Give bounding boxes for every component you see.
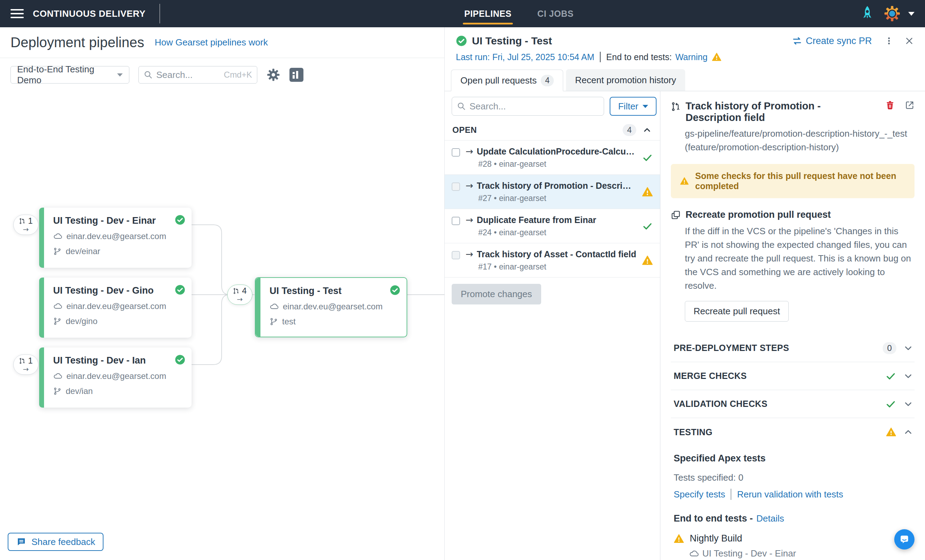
delete-pr-icon[interactable] xyxy=(885,100,895,110)
sync-arrows-icon xyxy=(792,36,802,46)
chevron-up-icon[interactable] xyxy=(643,125,652,135)
cloud-icon xyxy=(53,302,62,311)
section-validation-checks[interactable]: VALIDATION CHECKS xyxy=(671,390,914,418)
pipeline-canvas-pane: Deployment pipelines How Gearset pipelin… xyxy=(0,27,445,560)
apex-tests-title: Specified Apex tests xyxy=(673,453,914,464)
search-input[interactable] xyxy=(156,69,220,80)
recreate-pull-request-button[interactable]: Recreate pull request xyxy=(685,301,789,322)
pull-request-icon xyxy=(671,102,681,111)
nav-tab-pipelines[interactable]: PIPELINES xyxy=(464,7,512,21)
promote-arrow: → xyxy=(237,296,243,303)
pipeline-select[interactable]: End-to-End Testing Demo xyxy=(11,66,130,84)
pr-count-badge-ian[interactable]: 1 → xyxy=(13,354,38,375)
promote-arrow: → xyxy=(23,366,29,373)
pr-list-item-selected[interactable]: → Track history of Promotion - Descripti… xyxy=(445,175,660,209)
pr-detail-title: Track history of Promotion - Description… xyxy=(685,100,878,123)
e2e-tests-label: End to end tests: xyxy=(606,52,672,62)
filter-button[interactable]: Filter xyxy=(610,97,657,116)
warning-triangle-icon xyxy=(642,255,653,266)
account-dropdown-caret[interactable] xyxy=(908,12,914,16)
tab-recent-promotion-history[interactable]: Recent promotion history xyxy=(566,69,685,91)
branch-icon xyxy=(270,318,278,326)
e2e-tests-title: End to end tests - xyxy=(673,513,753,524)
last-run-link[interactable]: Last run: Fri, Jul 25, 2025 10:54 AM xyxy=(456,52,594,62)
e2e-details-link[interactable]: Details xyxy=(756,513,784,524)
chevron-down-icon[interactable] xyxy=(903,343,913,353)
pipeline-node-dev-gino[interactable]: UI Testing - Dev - Gino einar.dev.eu@gea… xyxy=(39,277,191,338)
pipeline-analytics-icon[interactable] xyxy=(289,68,303,82)
pull-request-icon xyxy=(19,358,26,364)
pipeline-settings-gear-icon[interactable] xyxy=(267,68,280,82)
open-pr-count-badge: 4 xyxy=(541,75,554,86)
checks-warning-banner: Some checks for this pull request have n… xyxy=(671,164,914,198)
pipeline-detail-panel: UI Testing - Test Create sync PR Last ru… xyxy=(445,27,925,560)
search-icon xyxy=(457,102,466,111)
open-group-header[interactable]: OPEN 4 xyxy=(445,120,660,140)
hamburger-menu-icon[interactable] xyxy=(11,7,24,21)
success-check-circle-icon xyxy=(390,285,400,295)
section-testing[interactable]: TESTING xyxy=(671,418,914,446)
warning-triangle-icon xyxy=(886,427,896,437)
section-merge-checks[interactable]: MERGE CHECKS xyxy=(671,362,914,390)
page-title: Deployment pipelines xyxy=(11,35,144,50)
share-feedback-button[interactable]: Share feedback xyxy=(8,533,104,551)
navbar-divider xyxy=(160,4,160,23)
separator xyxy=(731,489,731,500)
pr-search-input[interactable] xyxy=(470,101,599,112)
cloud-icon xyxy=(53,372,62,381)
create-sync-pr-button[interactable]: Create sync PR xyxy=(792,36,872,47)
pr-checkbox[interactable] xyxy=(452,217,460,225)
rerun-validation-link[interactable]: Rerun validation with tests xyxy=(737,489,843,500)
pr-checkbox[interactable] xyxy=(452,148,460,157)
pr-count-badge-test[interactable]: 4 → xyxy=(227,285,252,305)
pr-list-item[interactable]: → Track history of Asset - ContactId fie… xyxy=(445,243,660,277)
pipeline-node-dev-einar[interactable]: UI Testing - Dev - Einar einar.dev.eu@ge… xyxy=(39,208,191,268)
canvas-search[interactable]: Cmd+K xyxy=(139,66,257,84)
pipeline-node-test[interactable]: UI Testing - Test einar.dev.eu@gearset.c… xyxy=(255,277,407,337)
product-title: CONTINUOUS DELIVERY xyxy=(33,8,145,19)
open-external-link-icon[interactable] xyxy=(905,100,914,110)
nav-tab-ci-jobs[interactable]: CI JOBS xyxy=(536,7,574,21)
tab-open-pull-requests[interactable]: Open pull requests 4 xyxy=(451,69,563,91)
open-count-badge: 4 xyxy=(622,124,636,136)
chat-bubble-icon xyxy=(899,534,910,545)
kebab-menu-icon[interactable] xyxy=(884,36,893,45)
pr-checkbox[interactable] xyxy=(452,182,460,191)
search-shortcut: Cmd+K xyxy=(224,70,252,80)
feedback-chat-icon xyxy=(16,537,27,547)
top-navbar: CONTINUOUS DELIVERY PIPELINES CI JOBS xyxy=(0,0,925,27)
gearset-account-avatar[interactable] xyxy=(884,5,901,22)
node-org-row: einar.dev.eu@gearset.com xyxy=(270,302,398,312)
pre-deployment-count-badge: 0 xyxy=(883,342,896,354)
rocket-icon[interactable] xyxy=(861,6,874,22)
pipeline-node-dev-ian[interactable]: UI Testing - Dev - Ian einar.dev.eu@gear… xyxy=(39,348,191,408)
panel-title: UI Testing - Test xyxy=(472,35,552,47)
pr-search[interactable] xyxy=(452,97,604,116)
recreate-pr-description: If the diff in the VCS or the pipeline's… xyxy=(685,224,914,293)
e2e-status-link[interactable]: Warning xyxy=(675,52,708,62)
promote-changes-button[interactable]: Promote changes xyxy=(452,284,541,304)
warning-triangle-icon xyxy=(642,186,653,197)
node-branch-row: dev/einar xyxy=(53,247,183,256)
node-org-row: einar.dev.eu@gearset.com xyxy=(53,301,183,311)
chevron-down-icon[interactable] xyxy=(903,371,913,381)
pr-checkbox[interactable] xyxy=(452,251,460,259)
pr-list-item[interactable]: → Duplicate Feature from Einar #24 • ein… xyxy=(445,209,660,243)
pr-list-item[interactable]: → Update CalculationProcedure-Calculatio… xyxy=(445,140,660,175)
tests-specified-label: Tests specified: 0 xyxy=(673,472,914,483)
chevron-down-icon[interactable] xyxy=(903,399,913,409)
e2e-run-nightly-build: Nightly Build UI Testing - Dev - Einar E… xyxy=(673,533,914,560)
specify-tests-link[interactable]: Specify tests xyxy=(673,489,725,500)
success-check-icon xyxy=(642,152,653,163)
warning-triangle-icon xyxy=(680,176,689,186)
chevron-up-icon[interactable] xyxy=(903,427,913,437)
pr-count-badge-einar[interactable]: 1 → xyxy=(13,215,38,235)
close-panel-icon[interactable] xyxy=(905,36,914,45)
chat-widget-button[interactable] xyxy=(894,529,914,549)
section-pre-deployment-steps[interactable]: PRE-DEPLOYMENT STEPS 0 xyxy=(671,334,914,362)
branch-icon xyxy=(53,387,62,395)
how-pipelines-work-link[interactable]: How Gearset pipelines work xyxy=(155,37,268,48)
cloud-icon xyxy=(53,232,62,241)
filter-caret-icon xyxy=(643,105,648,108)
success-check-circle-icon xyxy=(456,35,467,47)
